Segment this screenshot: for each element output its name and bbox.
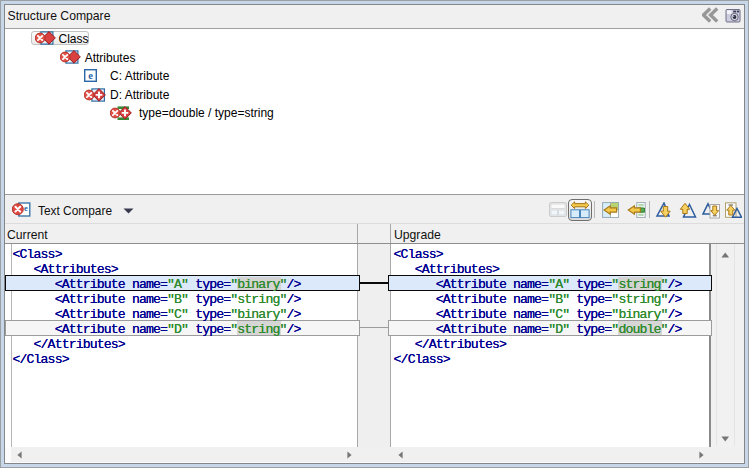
svg-text:e: e xyxy=(88,70,93,81)
svg-text:e: e xyxy=(24,203,28,213)
